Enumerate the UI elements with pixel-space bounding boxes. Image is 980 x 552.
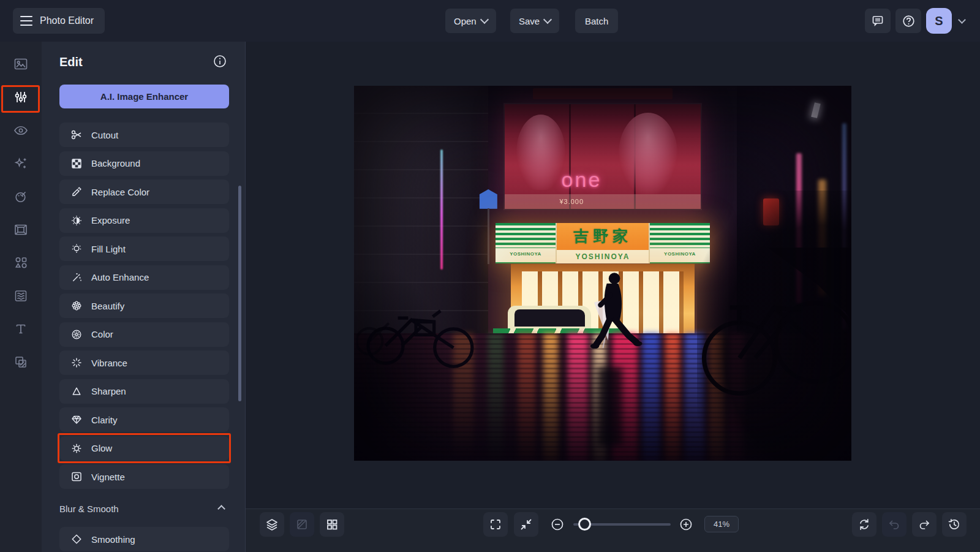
sidebar-item-elements[interactable] <box>13 255 29 271</box>
sidebar-item-overlays[interactable] <box>13 354 29 370</box>
eye-icon <box>13 123 29 138</box>
zoom-in-button[interactable] <box>674 512 698 537</box>
hamburger-icon <box>20 16 32 26</box>
open-label: Open <box>454 16 477 26</box>
comment-icon <box>871 14 884 28</box>
sidebar-item-frames[interactable] <box>13 222 29 238</box>
sidebar-item-photos[interactable] <box>13 56 29 72</box>
tool-item-exposure[interactable]: Exposure <box>59 208 229 233</box>
zoom-percent[interactable]: 41% <box>704 516 739 532</box>
undo-button[interactable] <box>882 512 907 537</box>
tool-label: Color <box>91 329 113 339</box>
tool-item-cutout[interactable]: Cutout <box>59 123 229 147</box>
chevron-down-icon <box>543 15 552 24</box>
checkerboard-icon <box>70 157 83 170</box>
grid-view-button[interactable] <box>320 512 344 537</box>
sidebar-item-textures[interactable] <box>13 288 29 304</box>
section-tool-list: Smoothing <box>59 527 229 551</box>
photo-editor-app: Photo Editor Open Save Batch S <box>0 0 980 552</box>
billboard-top-strip <box>533 88 672 99</box>
photo-image[interactable]: one ¥3.000 YOSHINOYA 吉野家 YOSHINOYA YOSHI… <box>354 86 851 461</box>
section-label: Blur & Smooth <box>59 504 119 514</box>
bottom-toolbar: 41% <box>246 509 980 552</box>
tool-item-color[interactable]: Color <box>59 322 229 347</box>
panel-title: Edit <box>59 55 83 69</box>
zoom-out-button[interactable] <box>545 512 570 537</box>
minus-circle-icon <box>550 517 565 532</box>
sign-pole <box>488 208 489 265</box>
redo-icon <box>918 518 931 531</box>
tool-item-sharpen[interactable]: Sharpen <box>59 379 229 404</box>
app-menu-button[interactable]: Photo Editor <box>13 8 105 34</box>
overlap-icon <box>13 354 29 370</box>
feedback-button[interactable] <box>865 9 891 33</box>
photo-dark-right-mass <box>697 191 851 461</box>
bulb-icon <box>70 243 83 255</box>
history-icon <box>948 518 961 531</box>
sidebar-item-artistic[interactable] <box>13 189 29 205</box>
help-button[interactable] <box>895 9 921 33</box>
section-blur-smooth[interactable]: Blur & Smooth <box>59 504 229 514</box>
sidebar-item-effects[interactable] <box>13 156 29 172</box>
photo-icon <box>13 56 29 72</box>
eyedropper-icon <box>70 186 83 198</box>
sidebar-item-retouch[interactable] <box>13 123 29 138</box>
tool-item-clarity[interactable]: Clarity <box>59 407 229 432</box>
tool-item-beautify[interactable]: Beautify <box>59 293 229 318</box>
tool-item-background[interactable]: Background <box>59 151 229 176</box>
reset-button[interactable] <box>852 512 876 537</box>
left-tool-rail <box>0 42 42 552</box>
color-wheel-icon <box>70 328 83 341</box>
layers-button[interactable] <box>260 512 284 537</box>
canvas-area[interactable]: one ¥3.000 YOSHINOYA 吉野家 YOSHINOYA YOSHI… <box>246 42 980 509</box>
panel-scrollbar[interactable] <box>238 186 241 401</box>
pedestrian-silhouette <box>575 270 645 371</box>
fit-screen-button[interactable] <box>514 512 538 537</box>
magic-wand-icon <box>70 271 83 284</box>
redo-button[interactable] <box>912 512 937 537</box>
billboard-kimono-ad: one ¥3.000 <box>503 103 703 210</box>
zoom-slider-handle[interactable] <box>578 518 591 531</box>
tool-item-glow[interactable]: Glow <box>59 436 229 461</box>
yoshinoya-romaji-left: YOSHINOYA <box>496 248 555 260</box>
neon-strip-cyan-magenta <box>440 149 443 270</box>
diamond-outline-icon <box>70 533 83 545</box>
diamond-icon <box>70 414 83 426</box>
save-button[interactable]: Save <box>510 9 559 33</box>
tool-label: Smoothing <box>91 534 135 545</box>
ai-image-enhancer-button[interactable]: A.I. Image Enhancer <box>59 85 229 108</box>
tool-label: Cutout <box>91 130 118 140</box>
photo-dark-left-mass <box>354 270 453 461</box>
grid-icon <box>325 518 339 531</box>
avatar[interactable]: S <box>926 8 952 34</box>
tool-item-fill-light[interactable]: Fill Light <box>59 236 229 261</box>
texture-icon <box>13 288 29 304</box>
billboard-figure-left <box>516 115 565 190</box>
tool-label: Vibrance <box>91 358 127 368</box>
tool-list: Cutout Background Replace Color <box>59 123 229 489</box>
tool-label: Glow <box>91 443 112 453</box>
tool-label: Replace Color <box>91 187 149 197</box>
history-button[interactable] <box>942 512 967 537</box>
batch-button[interactable]: Batch <box>575 9 618 33</box>
info-button[interactable] <box>213 54 227 69</box>
tool-item-vignette[interactable]: Vignette <box>59 464 229 489</box>
tool-item-replace-color[interactable]: Replace Color <box>59 180 229 204</box>
tool-item-smoothing[interactable]: Smoothing <box>59 527 229 551</box>
sidebar-item-text[interactable] <box>13 321 29 337</box>
sidebar-item-adjust[interactable] <box>13 89 29 105</box>
tool-label: Fill Light <box>91 244 126 254</box>
compare-button[interactable] <box>290 512 314 537</box>
fullscreen-button[interactable] <box>483 512 508 537</box>
batch-label: Batch <box>585 16 608 26</box>
fullscreen-icon <box>489 518 502 531</box>
gear-sun-icon <box>70 442 83 455</box>
account-chevron-down-icon[interactable] <box>958 16 966 24</box>
top-bar: Photo Editor Open Save Batch S <box>0 0 980 42</box>
pedestrian-reflection <box>598 367 623 446</box>
tool-item-vibrance[interactable]: Vibrance <box>59 350 229 375</box>
tool-item-auto-enhance[interactable]: Auto Enhance <box>59 265 229 290</box>
text-icon <box>13 321 29 337</box>
open-button[interactable]: Open <box>445 9 496 33</box>
tool-label: Background <box>91 158 140 168</box>
